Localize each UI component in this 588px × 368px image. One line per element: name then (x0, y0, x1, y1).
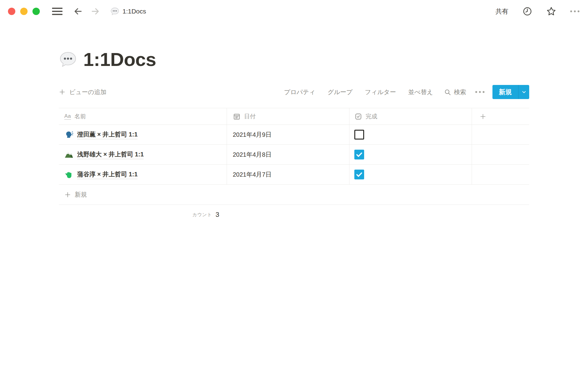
titlebar: 1:1Docs 共有 (0, 0, 588, 23)
close-window-button[interactable] (8, 8, 15, 15)
mountain-emoji (64, 150, 74, 159)
zoom-window-button[interactable] (32, 8, 40, 15)
share-button[interactable]: 共有 (496, 7, 508, 16)
sidebar-toggle-icon[interactable] (52, 8, 62, 15)
toolbar-menu-item-4[interactable]: 並べ替え (408, 88, 433, 96)
search-icon (444, 89, 451, 96)
toolbar-menu: プロパティグループフィルター並べ替え (284, 88, 433, 96)
table-row-3: 蒲谷淳 × 井上哲司 1:1 2021年4月7日 (59, 165, 529, 185)
date-cell[interactable]: 2021年4月7日 (227, 165, 349, 184)
toolbar-menu-item-3[interactable]: フィルター (365, 88, 396, 96)
done-cell[interactable] (349, 125, 472, 144)
speaking-head-emoji (64, 130, 74, 139)
empty-cell (472, 125, 529, 144)
new-row-button[interactable]: 新規 (59, 185, 529, 205)
minimize-window-button[interactable] (20, 8, 28, 15)
calendar-icon (233, 113, 241, 121)
add-view-label: ビューの追加 (69, 88, 106, 96)
updates-clock-icon[interactable] (522, 6, 532, 16)
table-header-row: Aa 名前 日付 完成 (59, 108, 529, 125)
empty-cell (472, 145, 529, 164)
table-row-2: 浅野雄大 × 井上哲司 1:1 2021年4月8日 (59, 145, 529, 165)
column-done-label: 完成 (366, 113, 377, 121)
view-more-options-icon[interactable] (475, 91, 484, 93)
date-value: 2021年4月8日 (233, 151, 272, 159)
new-entry-button[interactable]: 新規 (492, 85, 529, 99)
add-column-button[interactable] (472, 108, 529, 125)
column-name-label: 名前 (74, 113, 86, 121)
done-checkbox-unchecked[interactable] (354, 130, 364, 140)
search-label: 検索 (454, 88, 466, 96)
new-row-label: 新規 (75, 190, 87, 199)
count-label: カウント (192, 212, 212, 218)
new-button-dropdown[interactable] (518, 85, 529, 99)
toolbar-menu-item-1[interactable]: プロパティ (284, 88, 315, 96)
plus-icon (64, 191, 71, 198)
column-header-date[interactable]: 日付 (227, 108, 349, 125)
column-header-name[interactable]: Aa 名前 (59, 108, 227, 125)
done-checkbox-checked[interactable] (354, 150, 364, 159)
done-cell[interactable] (349, 145, 472, 164)
empty-cell (472, 165, 529, 184)
date-cell[interactable]: 2021年4月9日 (227, 125, 349, 144)
page-link[interactable]: 浅野雄大 × 井上哲司 1:1 (77, 150, 144, 159)
count-calculation[interactable]: カウント 3 (59, 205, 227, 224)
database-table: Aa 名前 日付 完成 澄田薫 × 井上哲司 1:1 2021年4月9日 (59, 108, 529, 224)
new-button-label[interactable]: 新規 (492, 85, 518, 99)
name-cell[interactable]: 蒲谷淳 × 井上哲司 1:1 (59, 165, 227, 184)
name-cell[interactable]: 浅野雄大 × 井上哲司 1:1 (59, 145, 227, 164)
back-arrow-icon[interactable] (74, 7, 83, 16)
breadcrumb[interactable]: 1:1Docs (110, 7, 146, 16)
page-link[interactable]: 澄田薫 × 井上哲司 1:1 (77, 130, 138, 139)
done-cell[interactable] (349, 165, 472, 184)
done-checkbox-checked[interactable] (354, 170, 364, 179)
gloves-emoji (64, 170, 74, 179)
page-link[interactable]: 蒲谷淳 × 井上哲司 1:1 (77, 170, 138, 179)
calculation-row: カウント 3 (59, 205, 529, 224)
checkbox-property-icon (354, 113, 362, 121)
favorite-star-icon[interactable] (546, 6, 556, 16)
chevron-down-icon (521, 89, 527, 95)
date-value: 2021年4月7日 (233, 171, 272, 179)
toolbar-menu-item-2[interactable]: グループ (328, 88, 352, 96)
name-cell[interactable]: 澄田薫 × 井上哲司 1:1 (59, 125, 227, 144)
page-icon-speech-balloon[interactable] (59, 50, 77, 69)
breadcrumb-title: 1:1Docs (123, 8, 146, 15)
page-title[interactable]: 1:1Docs (83, 49, 156, 70)
more-options-icon[interactable] (570, 10, 579, 12)
column-header-done[interactable]: 完成 (349, 108, 472, 125)
title-property-icon: Aa (64, 113, 71, 120)
column-date-label: 日付 (244, 113, 256, 121)
search-button[interactable]: 検索 (444, 88, 466, 96)
view-toolbar: ビューの追加 プロパティグループフィルター並べ替え 検索 新規 (59, 85, 529, 99)
plus-icon (480, 113, 486, 120)
add-view-button[interactable]: ビューの追加 (59, 88, 106, 96)
traffic-lights (8, 8, 40, 15)
speech-balloon-icon (110, 7, 119, 16)
table-row-1: 澄田薫 × 井上哲司 1:1 2021年4月9日 (59, 125, 529, 145)
date-value: 2021年4月9日 (233, 131, 272, 139)
count-value: 3 (216, 211, 219, 219)
forward-arrow-icon[interactable] (91, 7, 100, 16)
date-cell[interactable]: 2021年4月8日 (227, 145, 349, 164)
